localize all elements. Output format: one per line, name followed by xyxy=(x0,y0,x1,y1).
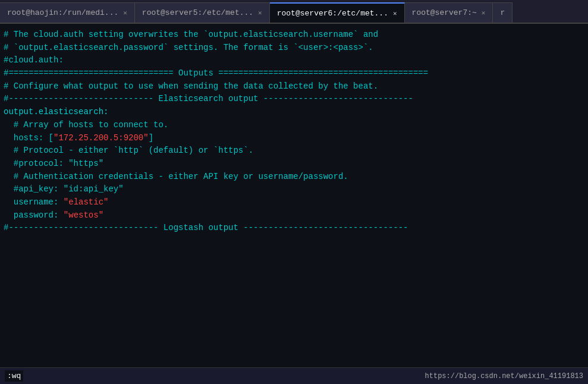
terminal-line-l10: output.elasticsearch: xyxy=(4,106,584,119)
terminal-line-l18: #api_key: "id:api_key" xyxy=(4,183,584,196)
status-bar: :wq https://blog.csdn.net/weixin_4119181… xyxy=(0,367,588,384)
terminal-line-l17: # Authentication credentials - either AP… xyxy=(4,171,584,184)
terminal-line-l15: #protocol: "https" xyxy=(4,158,584,171)
tab-3[interactable]: root@server6:/etc/met... ✕ xyxy=(270,2,405,23)
terminal-line-l7: # Configure what output to use when send… xyxy=(4,80,584,93)
terminal-line-l11: # Array of hosts to connect to. xyxy=(4,119,584,132)
tab-2-close[interactable]: ✕ xyxy=(258,9,262,17)
vim-command: :wq xyxy=(5,370,23,382)
tab-1[interactable]: root@haojin:/run/medi... ✕ xyxy=(0,2,135,23)
terminal-line-l1: # The cloud.auth setting overwrites the … xyxy=(4,29,584,42)
tab-4[interactable]: root@server7:~ ✕ xyxy=(405,2,493,23)
tab-1-label: root@haojin:/run/medi... xyxy=(7,8,118,17)
terminal-line-l22: #------------------------------ Logstash… xyxy=(4,222,584,235)
terminal-line-l2: # `output.elasticsearch.password` settin… xyxy=(4,42,584,55)
tab-3-label: root@server6:/etc/met... xyxy=(277,9,388,18)
terminal-content: # The cloud.auth setting overwrites the … xyxy=(0,24,588,367)
tab-1-close[interactable]: ✕ xyxy=(123,9,127,17)
tab-2[interactable]: root@server5:/etc/met... ✕ xyxy=(135,2,270,23)
terminal-line-l3: #cloud.auth: xyxy=(4,54,584,67)
status-url: https://blog.csdn.net/weixin_41191813 xyxy=(425,372,583,380)
terminal-line-l19: username: "elastic" xyxy=(4,196,584,209)
tab-3-close[interactable]: ✕ xyxy=(393,10,397,17)
tab-5-label: r xyxy=(500,8,505,17)
tab-4-close[interactable]: ✕ xyxy=(482,9,486,17)
terminal-line-l14: # Protocol - either `http` (default) or … xyxy=(4,144,584,158)
tab-5[interactable]: r xyxy=(493,2,512,23)
tab-2-label: root@server5:/etc/met... xyxy=(142,8,253,17)
terminal-line-l9: #----------------------------- Elasticse… xyxy=(4,93,584,106)
tab-bar: root@haojin:/run/medi... ✕ root@server5:… xyxy=(0,0,588,24)
terminal-line-l5: #================================= Outpu… xyxy=(4,67,584,80)
terminal-line-l20: password: "westos" xyxy=(4,209,584,222)
tab-4-label: root@server7:~ xyxy=(412,8,477,17)
terminal-line-l12: hosts: ["172.25.200.5:9200"] xyxy=(4,132,584,145)
